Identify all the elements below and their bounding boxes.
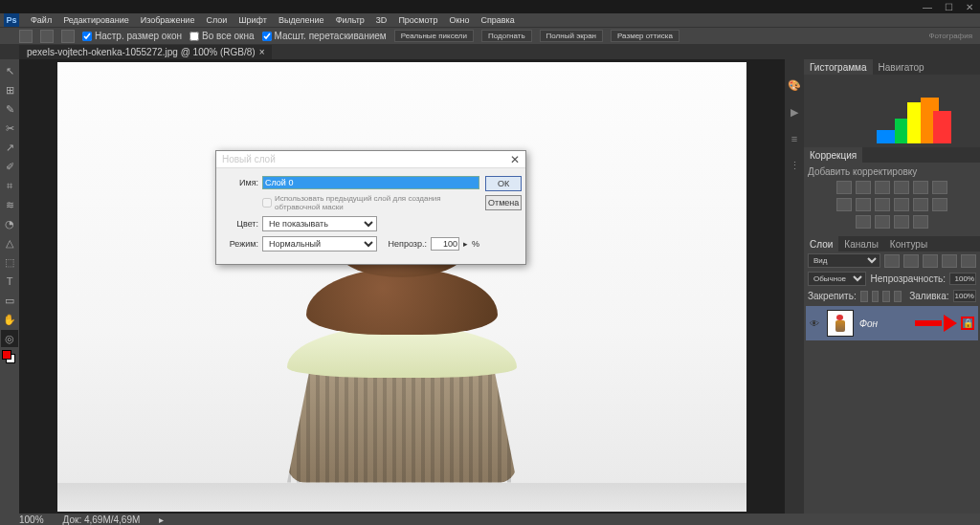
- adj-icon[interactable]: [913, 198, 928, 211]
- tab-histogram[interactable]: Гистограмма: [804, 59, 873, 76]
- adj-icon[interactable]: [856, 215, 871, 229]
- mode-select[interactable]: Нормальный: [262, 236, 377, 252]
- type-tool[interactable]: T: [1, 273, 18, 290]
- lock-icon[interactable]: [882, 291, 890, 302]
- close-window-button[interactable]: ✕: [963, 2, 976, 11]
- menu-help[interactable]: Справка: [475, 15, 520, 25]
- hand-tool[interactable]: ✋: [1, 311, 18, 328]
- filter-icon[interactable]: [903, 254, 919, 268]
- zoom-tool[interactable]: ◎: [1, 330, 18, 347]
- tab-paths[interactable]: Контуры: [884, 236, 933, 252]
- lock-icon[interactable]: [872, 291, 880, 302]
- blend-mode-select[interactable]: Обычное: [808, 272, 866, 286]
- adj-icon[interactable]: [875, 181, 890, 194]
- opacity-input[interactable]: [431, 237, 459, 251]
- adj-icon[interactable]: [913, 181, 928, 194]
- clip-mask-checkbox: [262, 198, 272, 208]
- scrubby-zoom-check[interactable]: Масшт. перетаскиванием: [262, 31, 387, 41]
- menu-edit[interactable]: Редактирование: [57, 15, 135, 25]
- zoom-in-icon[interactable]: [40, 30, 54, 43]
- color-swatches[interactable]: [2, 350, 15, 363]
- adj-icon[interactable]: [913, 215, 928, 229]
- cancel-button[interactable]: Отмена: [485, 195, 522, 210]
- pen-tool[interactable]: △: [1, 234, 18, 252]
- tab-navigator[interactable]: Навигатор: [873, 59, 930, 76]
- layer-fill-field[interactable]: 100%: [953, 290, 976, 302]
- adj-icon[interactable]: [894, 215, 909, 229]
- filter-icon[interactable]: [923, 254, 938, 268]
- eraser-tool[interactable]: ≋: [1, 196, 18, 213]
- zoom-out-icon[interactable]: [61, 30, 75, 43]
- layer-name-input[interactable]: Слой 0: [262, 176, 479, 189]
- shape-tool[interactable]: ▭: [1, 292, 18, 309]
- eyedropper-tool[interactable]: ↗: [1, 139, 18, 156]
- menu-3d[interactable]: 3D: [370, 15, 393, 25]
- menu-type[interactable]: Шрифт: [233, 15, 273, 25]
- actual-pixels-button[interactable]: Реальные пиксели: [394, 30, 474, 42]
- history-panel-icon[interactable]: ≡: [788, 132, 801, 145]
- dialog-title-bar[interactable]: Новый слой ✕: [216, 151, 525, 168]
- workspace-label[interactable]: Фотография: [928, 32, 980, 40]
- actions-panel-icon[interactable]: ▶: [788, 105, 801, 119]
- adj-icon[interactable]: [836, 181, 852, 194]
- layer-name[interactable]: Фон: [859, 318, 878, 329]
- adj-icon[interactable]: [932, 181, 947, 194]
- properties-panel-icon[interactable]: ⋮: [788, 159, 801, 172]
- tab-channels[interactable]: Каналы: [838, 236, 884, 252]
- path-tool[interactable]: ⬚: [1, 253, 18, 271]
- menu-layers[interactable]: Слои: [200, 15, 233, 25]
- filter-icon[interactable]: [884, 254, 900, 268]
- print-size-button[interactable]: Размер оттиска: [611, 30, 679, 42]
- lock-icon[interactable]: [894, 291, 902, 302]
- color-panel-icon[interactable]: 🎨: [788, 78, 801, 92]
- adj-icon[interactable]: [875, 198, 890, 211]
- zoom-level[interactable]: 100%: [19, 514, 44, 525]
- layer-filter-kind[interactable]: Вид: [808, 253, 880, 268]
- tab-layers[interactable]: Слои: [804, 236, 838, 252]
- visibility-icon[interactable]: 👁: [808, 318, 821, 329]
- document-tab[interactable]: pexels-vojtech-okenka-1055272.jpg @ 100%…: [19, 45, 272, 59]
- menu-view[interactable]: Просмотр: [392, 15, 443, 25]
- menu-filter[interactable]: Фильтр: [330, 15, 370, 25]
- layer-row-background[interactable]: 👁 Фон 🔒: [806, 306, 978, 340]
- menu-window[interactable]: Окно: [443, 15, 475, 25]
- maximize-button[interactable]: ☐: [942, 2, 955, 11]
- move-tool[interactable]: ↖: [1, 62, 18, 79]
- color-select[interactable]: Не показывать: [262, 216, 377, 231]
- full-screen-button[interactable]: Полный экран: [540, 30, 603, 42]
- adj-icon[interactable]: [932, 198, 947, 211]
- layer-lock-icon[interactable]: 🔒: [961, 317, 974, 330]
- dialog-close-icon[interactable]: ✕: [510, 153, 520, 166]
- close-tab-icon[interactable]: ×: [259, 47, 265, 57]
- ok-button[interactable]: ОК: [485, 176, 522, 191]
- filter-icon[interactable]: [942, 254, 957, 268]
- adj-icon[interactable]: [875, 215, 890, 229]
- menu-file[interactable]: Файл: [25, 15, 57, 25]
- adj-icon[interactable]: [894, 198, 909, 211]
- menu-image[interactable]: Изображение: [135, 15, 201, 25]
- layer-thumbnail[interactable]: [827, 310, 854, 337]
- adj-icon[interactable]: [836, 198, 852, 211]
- layer-opacity-field[interactable]: 100%: [949, 273, 976, 285]
- tab-adjustments[interactable]: Коррекция: [804, 147, 862, 164]
- status-arrow-icon[interactable]: ▸: [159, 514, 164, 525]
- opacity-arrow-icon[interactable]: ▸: [463, 239, 468, 249]
- document-size[interactable]: Док: 4,69M/4,69M: [63, 514, 141, 525]
- stamp-tool[interactable]: ⌗: [1, 177, 18, 194]
- minimize-button[interactable]: —: [921, 2, 934, 11]
- menu-select[interactable]: Выделение: [273, 15, 330, 25]
- filter-icon[interactable]: [961, 254, 976, 268]
- marquee-tool[interactable]: ⊞: [1, 81, 18, 98]
- all-windows-check[interactable]: Во все окна: [189, 31, 255, 41]
- resize-windows-check[interactable]: Настр. размер окон: [82, 31, 182, 41]
- lasso-tool[interactable]: ✎: [1, 100, 18, 118]
- gradient-tool[interactable]: ◔: [1, 215, 18, 232]
- lock-icon[interactable]: [860, 291, 868, 302]
- brush-tool[interactable]: ✐: [1, 158, 18, 175]
- adj-icon[interactable]: [894, 181, 909, 194]
- fit-screen-button[interactable]: Подогнать: [481, 30, 532, 42]
- canvas-area[interactable]: Новый слой ✕ Имя: Слой 0 Использовать пр…: [19, 59, 785, 514]
- crop-tool[interactable]: ✂: [1, 120, 18, 137]
- adj-icon[interactable]: [856, 198, 871, 211]
- adj-icon[interactable]: [856, 181, 871, 194]
